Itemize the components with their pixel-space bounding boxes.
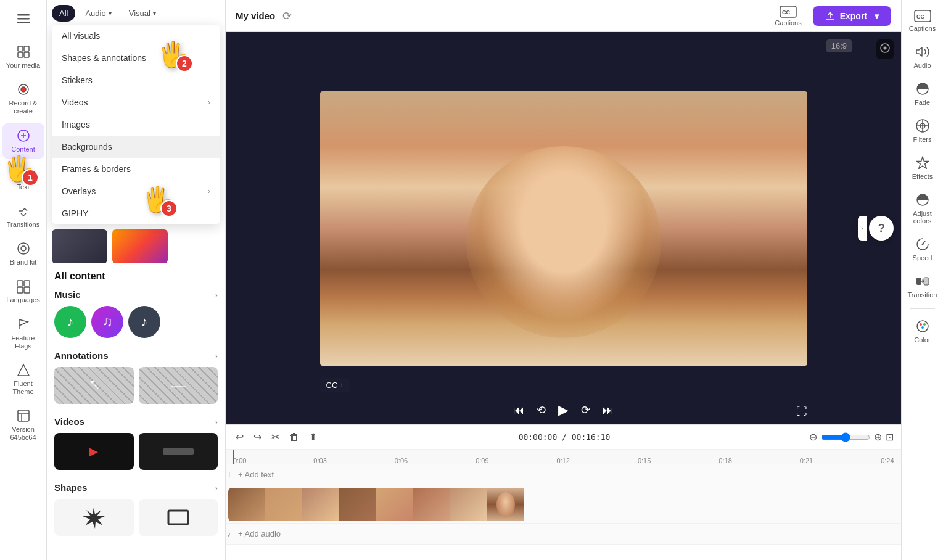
dropdown-item-giphy[interactable]: GIPHY: [52, 202, 220, 224]
export-button[interactable]: Export ▾: [813, 6, 891, 26]
tab-all[interactable]: All: [52, 5, 75, 22]
dropdown-item-frames[interactable]: Frames & borders: [52, 158, 220, 180]
project-title[interactable]: My video: [236, 10, 275, 21]
cut-button[interactable]: ✂: [269, 429, 282, 445]
videos-section-arrow[interactable]: ›: [215, 417, 218, 427]
shape-thumb-rectangle[interactable]: [139, 499, 218, 536]
svg-rect-0: [17, 14, 30, 16]
audio-right-label: Audio: [913, 62, 931, 69]
svg-point-8: [21, 87, 26, 92]
tab-audio[interactable]: Audio ▾: [78, 5, 118, 22]
sidebar-item-languages[interactable]: Languages: [2, 274, 44, 309]
svg-rect-30: [916, 278, 921, 285]
right-item-filters[interactable]: Filters: [904, 113, 941, 148]
music-icon-2[interactable]: ♫: [91, 306, 123, 338]
fullscreen-button[interactable]: ⛶: [796, 405, 807, 418]
preview-settings-btn[interactable]: [876, 39, 894, 59]
sidebar-item-your-media[interactable]: Your media: [2, 39, 44, 75]
dropdown-item-images[interactable]: Images: [52, 113, 220, 136]
face-overlay: [466, 146, 661, 339]
dropdown-item-backgrounds[interactable]: Backgrounds: [52, 136, 220, 158]
ruler-mark-15: 0:15: [638, 457, 651, 464]
music-icon-1[interactable]: ♪: [54, 306, 86, 338]
sidebar-item-version[interactable]: Version645bc64: [2, 403, 44, 447]
shape-thumb-starburst[interactable]: [54, 499, 134, 536]
starburst-icon: [81, 505, 106, 530]
right-item-audio[interactable]: Audio: [904, 39, 941, 74]
add-audio-btn[interactable]: + Add audio: [233, 529, 901, 538]
ruler-mark-24: 0:24: [881, 457, 894, 464]
dropdown-item-stickers[interactable]: Stickers: [52, 69, 220, 91]
help-button[interactable]: ?: [869, 216, 894, 241]
svg-rect-17: [18, 410, 29, 421]
zoom-slider[interactable]: [821, 432, 870, 442]
video-thumb-2[interactable]: [139, 433, 218, 470]
zoom-out-button[interactable]: ⊖: [809, 431, 817, 443]
dropdown-item-videos[interactable]: Videos ›: [52, 91, 220, 113]
sample-thumb-2[interactable]: [112, 229, 168, 263]
music-section-arrow[interactable]: ›: [215, 290, 218, 300]
video-thumb-1[interactable]: ▶: [54, 433, 134, 470]
dropdown-item-shapes[interactable]: Shapes & annotations: [52, 47, 220, 69]
dropdown-item-all-visuals[interactable]: All visuals: [52, 25, 220, 47]
dropdown-item-overlays[interactable]: Overlays ›: [52, 180, 220, 202]
forward-button[interactable]: ⟳: [581, 403, 590, 417]
right-item-effects[interactable]: Effects: [904, 150, 941, 185]
captions-button[interactable]: CC Captions: [771, 2, 805, 30]
svg-text:T: T: [19, 168, 25, 179]
arrow-icon: →: [80, 371, 108, 399]
fade-icon: [915, 81, 930, 96]
undo-button[interactable]: ↩: [233, 429, 246, 445]
right-panel-collapse-toggle[interactable]: ›: [858, 216, 867, 241]
right-item-transition[interactable]: Transition: [904, 269, 941, 303]
videos-grid: ▶: [54, 433, 218, 470]
video-strip[interactable]: [228, 488, 549, 521]
sidebar-item-feature-flags[interactable]: Feature Flags: [2, 312, 44, 355]
visual-dropdown: All visuals Shapes & annotations Sticker…: [52, 25, 220, 224]
save-to-cloud-button[interactable]: ⬆: [307, 429, 319, 445]
sidebar-label-transitions: Transitions: [7, 221, 39, 229]
right-item-captions[interactable]: CC Captions: [904, 5, 941, 37]
player-controls: ⏮ ⟲ ▶ ⟳ ⏭: [513, 402, 614, 418]
right-item-color[interactable]: Color: [904, 314, 941, 348]
svg-rect-16: [24, 287, 30, 293]
shapes-section-arrow[interactable]: ›: [215, 483, 218, 493]
sidebar-item-record[interactable]: Record &create: [2, 77, 44, 120]
right-item-fade[interactable]: Fade: [904, 76, 941, 111]
cc-button[interactable]: CC +: [320, 378, 350, 392]
fit-to-window-button[interactable]: ⊡: [886, 431, 894, 443]
sidebar-item-text[interactable]: T Text: [2, 161, 44, 196]
sidebar-item-content[interactable]: Content: [2, 123, 44, 159]
rewind-button[interactable]: ⟲: [537, 403, 546, 417]
tab-visual[interactable]: Visual ▾: [121, 5, 163, 22]
sample-thumb-1[interactable]: [52, 229, 107, 263]
annotation-thumb-line[interactable]: —: [139, 367, 218, 404]
music-icon-3[interactable]: ♪: [128, 306, 160, 338]
add-text-btn[interactable]: + Add text: [233, 470, 901, 479]
right-item-speed[interactable]: Speed: [904, 232, 941, 266]
hamburger-menu[interactable]: [10, 5, 37, 35]
play-pause-button[interactable]: ▶: [558, 402, 569, 418]
zoom-in-button[interactable]: ⊕: [874, 431, 882, 443]
aspect-ratio-badge[interactable]: 16:9: [826, 39, 852, 52]
delete-button[interactable]: 🗑: [287, 429, 302, 445]
sidebar-item-fluent-theme[interactable]: Fluent Theme: [2, 358, 44, 401]
annotation-thumb-arrow[interactable]: →: [54, 367, 134, 404]
right-item-adjust-colors[interactable]: Adjust colors: [904, 187, 941, 229]
skip-start-button[interactable]: ⏮: [513, 404, 524, 417]
sidebar-item-brand-kit[interactable]: Brand kit: [2, 236, 44, 271]
svg-point-35: [921, 326, 924, 329]
project-sync-icon[interactable]: ⟳: [282, 9, 292, 23]
color-right-label: Color: [914, 336, 930, 344]
content-panel: All Audio ▾ Visual ▾ All visuals Shapes …: [47, 0, 226, 560]
redo-button[interactable]: ↪: [251, 429, 264, 445]
cc-plus-icon: +: [340, 382, 344, 389]
visual-chevron-icon: ▾: [153, 10, 156, 17]
skip-end-button[interactable]: ⏭: [603, 404, 614, 417]
sidebar-item-transitions[interactable]: Transitions: [2, 199, 44, 234]
annotations-section-arrow[interactable]: ›: [215, 351, 218, 361]
ruler-mark-18: 0:18: [719, 457, 731, 464]
sidebar-label-text: Text: [17, 183, 29, 191]
effects-icon: [915, 155, 930, 170]
sidebar-label-record: Record &create: [9, 99, 38, 115]
